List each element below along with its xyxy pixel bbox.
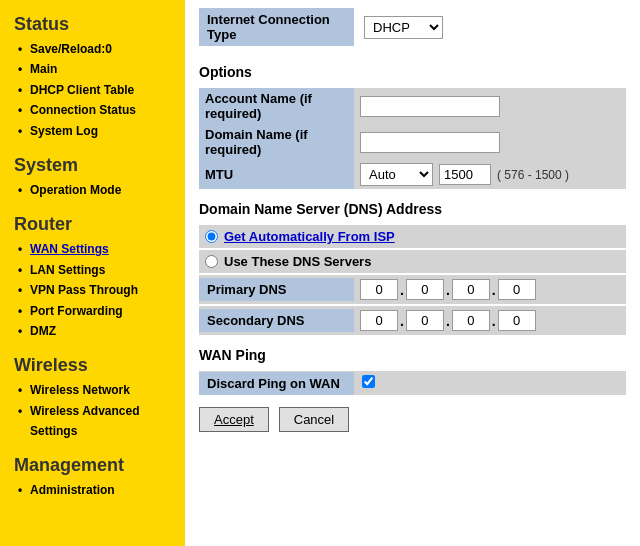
account-name-label: Account Name (if required) (199, 88, 354, 124)
sidebar-section-title: Status (14, 14, 175, 35)
primary-dns-1[interactable] (360, 279, 398, 300)
dns-dot-5: . (400, 313, 404, 329)
dns-auto-row: Get Automatically From ISP (199, 225, 626, 248)
mtu-label: MTU (199, 160, 354, 189)
mtu-range: ( 576 - 1500 ) (497, 168, 569, 182)
sidebar-item[interactable]: Operation Mode (18, 180, 175, 200)
dns-dot-6: . (446, 313, 450, 329)
account-name-input[interactable] (360, 96, 500, 117)
secondary-dns-label: Secondary DNS (199, 309, 354, 332)
primary-dns-row: Primary DNS . . . (199, 275, 626, 304)
sidebar-item[interactable]: Save/Reload:0 (18, 39, 175, 59)
dns-auto-radio[interactable] (205, 230, 218, 243)
sidebar-item[interactable]: Connection Status (18, 100, 175, 120)
sidebar-item[interactable]: Main (18, 59, 175, 79)
options-table: Account Name (if required) Domain Name (… (199, 88, 626, 189)
sidebar-section-title: Management (14, 455, 175, 476)
primary-dns-4[interactable] (498, 279, 536, 300)
sidebar-item[interactable]: Port Forwarding (18, 301, 175, 321)
connection-type-value: DHCP PPPoE Static IP (354, 16, 443, 39)
sidebar-section-title: Router (14, 214, 175, 235)
domain-name-input[interactable] (360, 132, 500, 153)
dns-manual-label: Use These DNS Servers (224, 254, 371, 269)
sidebar-section-title: Wireless (14, 355, 175, 376)
domain-name-row: Domain Name (if required) (199, 124, 626, 160)
dns-section: Get Automatically From ISP Use These DNS… (199, 225, 626, 335)
connection-type-row: Internet Connection Type DHCP PPPoE Stat… (199, 8, 626, 52)
sidebar-item[interactable]: Wireless Advanced Settings (18, 401, 175, 442)
secondary-dns-row: Secondary DNS . . . (199, 306, 626, 335)
wan-ping-title: WAN Ping (199, 347, 626, 363)
sidebar-item[interactable]: System Log (18, 121, 175, 141)
dns-dot-2: . (446, 282, 450, 298)
options-title: Options (199, 64, 626, 80)
dns-dot-1: . (400, 282, 404, 298)
mtu-cell: Auto Manual ( 576 - 1500 ) (354, 160, 626, 189)
sidebar-item[interactable]: DMZ (18, 321, 175, 341)
discard-ping-label: Discard Ping on WAN (199, 372, 354, 395)
dns-title: Domain Name Server (DNS) Address (199, 201, 626, 217)
secondary-dns-4[interactable] (498, 310, 536, 331)
secondary-dns-inputs: . . . (354, 306, 542, 335)
connection-type-select[interactable]: DHCP PPPoE Static IP (364, 16, 443, 39)
account-name-cell (354, 88, 626, 124)
wan-ping-section: Discard Ping on WAN (199, 371, 626, 395)
sidebar: StatusSave/Reload:0MainDHCP Client Table… (0, 0, 185, 546)
domain-name-cell (354, 124, 626, 160)
sidebar-item[interactable]: LAN Settings (18, 260, 175, 280)
discard-ping-checkbox[interactable] (362, 375, 375, 388)
mtu-value-input[interactable] (439, 164, 491, 185)
domain-name-label: Domain Name (if required) (199, 124, 354, 160)
sidebar-section-title: System (14, 155, 175, 176)
primary-dns-label: Primary DNS (199, 278, 354, 301)
account-name-row: Account Name (if required) (199, 88, 626, 124)
cancel-button[interactable]: Cancel (279, 407, 349, 432)
secondary-dns-3[interactable] (452, 310, 490, 331)
mtu-row: MTU Auto Manual ( 576 - 1500 ) (199, 160, 626, 189)
primary-dns-inputs: . . . (354, 275, 542, 304)
primary-dns-3[interactable] (452, 279, 490, 300)
dns-manual-radio[interactable] (205, 255, 218, 268)
sidebar-item[interactable]: VPN Pass Through (18, 280, 175, 300)
dns-dot-7: . (492, 313, 496, 329)
sidebar-item[interactable]: WAN Settings (18, 239, 175, 259)
dns-dot-3: . (492, 282, 496, 298)
sidebar-item[interactable]: Administration (18, 480, 175, 500)
connection-type-label: Internet Connection Type (199, 8, 354, 46)
discard-ping-row: Discard Ping on WAN (199, 371, 626, 395)
main-content: Internet Connection Type DHCP PPPoE Stat… (185, 0, 640, 546)
secondary-dns-1[interactable] (360, 310, 398, 331)
sidebar-item[interactable]: DHCP Client Table (18, 80, 175, 100)
sidebar-item[interactable]: Wireless Network (18, 380, 175, 400)
dns-auto-label: Get Automatically From ISP (224, 229, 395, 244)
discard-ping-value (354, 371, 383, 395)
secondary-dns-2[interactable] (406, 310, 444, 331)
button-row: Accept Cancel (199, 407, 626, 432)
mtu-select[interactable]: Auto Manual (360, 163, 433, 186)
dns-manual-row: Use These DNS Servers (199, 250, 626, 273)
primary-dns-2[interactable] (406, 279, 444, 300)
accept-button[interactable]: Accept (199, 407, 269, 432)
